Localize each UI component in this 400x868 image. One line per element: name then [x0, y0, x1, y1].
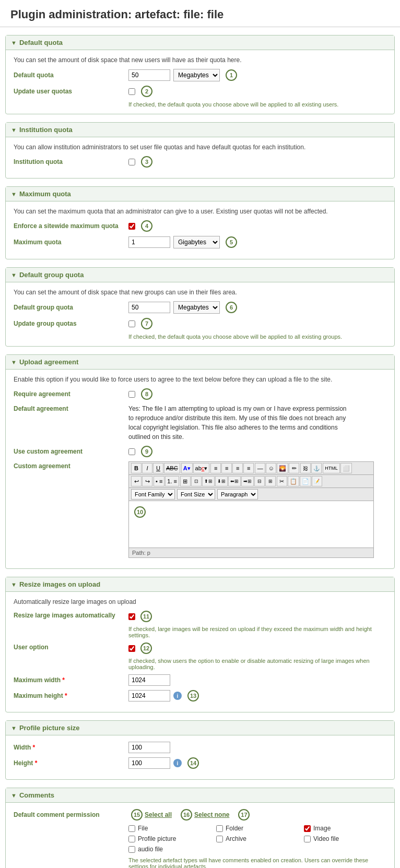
- custom-agreement-editor[interactable]: 10: [128, 501, 374, 548]
- undo-button[interactable]: ↩: [131, 476, 142, 486]
- user-option-checkbox[interactable]: [128, 645, 135, 652]
- redo-button[interactable]: ↪: [142, 476, 152, 486]
- update-user-quotas-hint: If checked, the default quota you choose…: [128, 101, 386, 108]
- font-family-select[interactable]: Font Family: [131, 489, 175, 500]
- step-15: 15: [131, 809, 143, 821]
- step-10: 10: [134, 506, 146, 518]
- width-input[interactable]: [128, 742, 170, 753]
- comment-video-label: Video file: [313, 835, 339, 842]
- smiley-button[interactable]: ☺: [266, 463, 276, 473]
- highlight-button[interactable]: abc▾: [193, 463, 210, 473]
- section-default-quota: ▼ Default quota You can set the amount o…: [5, 35, 395, 114]
- html-button[interactable]: HTML: [323, 463, 340, 473]
- comment-video-checkbox[interactable]: [304, 836, 311, 842]
- comment-profile-label: Profile picture: [138, 835, 176, 842]
- update-group-quotas-checkbox[interactable]: [128, 320, 135, 327]
- cut-button[interactable]: ✂: [277, 476, 287, 486]
- comment-profile-checkbox[interactable]: [128, 836, 135, 842]
- step-17: 17: [238, 809, 250, 821]
- table-button[interactable]: ⊞: [180, 476, 191, 486]
- strikethrough-button[interactable]: ABC: [164, 463, 180, 473]
- upload-agreement-desc: Enable this option if you would like to …: [14, 376, 386, 383]
- col-before-button[interactable]: ⬅⊞: [228, 476, 241, 486]
- comment-image-label: Image: [313, 825, 331, 832]
- unlink-button[interactable]: ⛓: [300, 463, 311, 473]
- height-input[interactable]: [128, 757, 170, 769]
- section-maximum-quota: ▼ Maximum quota You can set the maximum …: [5, 186, 395, 259]
- comment-profile-picture: Profile picture: [128, 835, 211, 842]
- ol-button[interactable]: 1. ≡: [165, 476, 179, 486]
- default-quota-label: Default quota: [14, 72, 128, 79]
- step-14: 14: [187, 757, 199, 769]
- align-right-button[interactable]: ≡: [232, 463, 243, 473]
- enforce-checkbox[interactable]: [128, 223, 135, 230]
- paste-text-button[interactable]: 📝: [312, 476, 322, 486]
- ul-button[interactable]: • ≡: [154, 476, 164, 486]
- use-custom-agreement-checkbox[interactable]: [128, 448, 135, 455]
- merge-cell-button[interactable]: ⊞: [265, 476, 276, 486]
- group-quota-unit-select[interactable]: Megabytes Bytes Kilobytes Gigabytes: [173, 301, 220, 314]
- profile-picture-title: Profile picture size: [19, 724, 80, 732]
- split-cell-button[interactable]: ⊟: [254, 476, 265, 486]
- default-agreement-label: Default agreement: [14, 404, 128, 412]
- step-16: 16: [181, 809, 192, 821]
- table-props-button[interactable]: ⊡: [191, 476, 202, 486]
- comment-file-checkbox[interactable]: [128, 825, 135, 832]
- section-comments: ▼ Comments Default comment permission 15…: [5, 788, 395, 868]
- max-height-label: Maximum height: [14, 692, 128, 699]
- fullscreen-button[interactable]: ⬜: [340, 463, 352, 473]
- font-size-select[interactable]: Font Size: [177, 489, 215, 500]
- paragraph-select[interactable]: Paragraph: [217, 489, 258, 500]
- bold-button[interactable]: B: [131, 463, 142, 473]
- select-all-link[interactable]: Select all: [145, 811, 172, 818]
- require-agreement-checkbox[interactable]: [128, 391, 135, 398]
- font-color-button[interactable]: A▾: [181, 463, 193, 473]
- resize-auto-hint: If checked, large images will be resized…: [128, 626, 386, 638]
- info-icon-profile: i: [173, 759, 182, 767]
- anchor-button[interactable]: ⚓: [311, 463, 322, 473]
- paste-button[interactable]: 📄: [300, 476, 311, 486]
- max-width-label: Maximum width: [14, 676, 128, 684]
- comments-title: Comments: [19, 791, 54, 799]
- select-none-link[interactable]: Select none: [194, 811, 229, 818]
- default-quota-unit-select[interactable]: Megabytes Bytes Kilobytes Gigabytes: [173, 69, 220, 81]
- comment-archive-label: Archive: [226, 835, 246, 842]
- comment-image-checkbox[interactable]: [304, 825, 311, 832]
- update-group-quotas-label: Update group quotas: [14, 320, 128, 327]
- comment-folder-checkbox[interactable]: [216, 825, 223, 832]
- link-button[interactable]: ✏: [289, 463, 299, 473]
- comment-audio-checkbox[interactable]: [128, 846, 135, 853]
- row-above-button[interactable]: ⬆⊞: [202, 476, 215, 486]
- italic-button[interactable]: I: [142, 463, 152, 473]
- max-height-input[interactable]: [128, 690, 170, 701]
- update-group-quotas-hint: If checked, the default quota you choose…: [128, 334, 386, 340]
- max-quota-unit-select[interactable]: Gigabytes Bytes Kilobytes Megabytes: [173, 236, 220, 248]
- comment-archive-checkbox[interactable]: [216, 836, 223, 842]
- update-user-quotas-checkbox[interactable]: [128, 88, 135, 95]
- justify-button[interactable]: ≡: [243, 463, 254, 473]
- use-custom-agreement-label: Use custom agreement: [14, 448, 128, 455]
- row-below-button[interactable]: ⬇⊞: [215, 476, 228, 486]
- max-width-input[interactable]: [128, 674, 170, 686]
- section-group-quota: ▼ Default group quota You can set the am…: [5, 267, 395, 347]
- step-1: 1: [226, 69, 237, 81]
- hr-button[interactable]: —: [255, 463, 265, 473]
- comment-archive: Archive: [216, 835, 299, 842]
- align-left-button[interactable]: ≡: [210, 463, 221, 473]
- arrow-icon-2: ▼: [11, 127, 17, 133]
- underline-button[interactable]: U: [153, 463, 163, 473]
- section-header-comments: ▼ Comments: [6, 788, 394, 803]
- section-header-institution-quota: ▼ Institution quota: [6, 123, 394, 137]
- arrow-icon-3: ▼: [11, 191, 17, 197]
- default-quota-input[interactable]: [128, 69, 170, 81]
- editor-toolbar-row1: B I U ABC A▾ abc▾ ≡ ≡ ≡ ≡ — ☺ 🌄 ✏: [128, 461, 374, 475]
- align-center-button[interactable]: ≡: [221, 463, 232, 473]
- max-quota-input[interactable]: [128, 236, 170, 248]
- group-quota-input[interactable]: [128, 302, 170, 313]
- copy-button[interactable]: 📋: [288, 476, 299, 486]
- institution-quota-checkbox[interactable]: [128, 159, 135, 165]
- image-button[interactable]: 🌄: [277, 463, 288, 473]
- col-after-button[interactable]: ➡⊞: [241, 476, 254, 486]
- resize-auto-checkbox[interactable]: [128, 613, 135, 620]
- update-user-quotas-label: Update user quotas: [14, 88, 128, 95]
